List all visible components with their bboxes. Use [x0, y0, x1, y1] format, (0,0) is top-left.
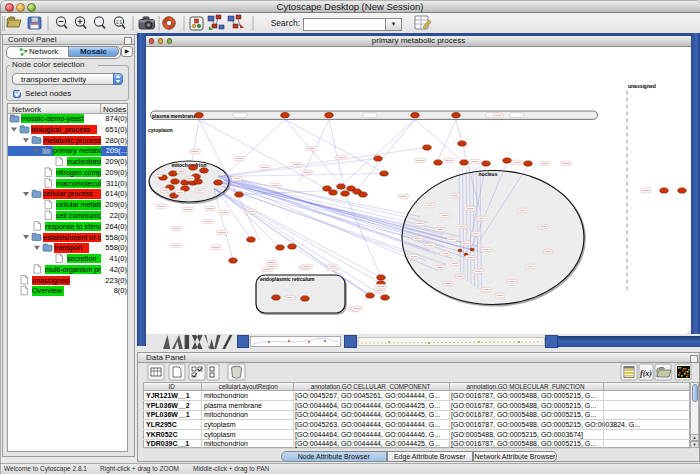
svg-text:f(x): f(x): [640, 369, 652, 378]
